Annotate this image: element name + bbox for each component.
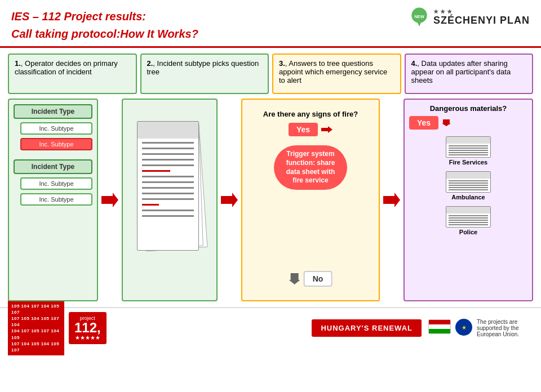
col-fire-question: Are there any signs of fire? Yes Trigger… (241, 99, 380, 301)
arrow-3-to-4 (383, 191, 400, 208)
incident-subtype-3: Inc. Subtype (20, 177, 92, 190)
fire-services-doc (446, 136, 491, 158)
dangerous-yes-badge: Yes (409, 116, 438, 130)
no-badge: No (304, 271, 332, 287)
police-item: Police (409, 206, 527, 235)
ambulance-item: Ambulance (409, 171, 527, 201)
yes-branch: Yes (289, 123, 332, 136)
step-3-box: 3., Answers to tree questions appoint wh… (272, 54, 401, 94)
down-arrow-icon (289, 273, 300, 284)
arrow-1-to-2 (101, 191, 118, 208)
svg-marker-7 (383, 193, 400, 207)
footer-right: HUNGARY'S RENEWAL ★ The projects are sup… (312, 319, 533, 337)
dangerous-yes-row: Yes (409, 116, 527, 130)
tree-pages-stack (130, 121, 209, 279)
hungary-flag-icon (428, 319, 451, 334)
incident-subtype-2: Inc. Subtype (20, 138, 92, 150)
yes-arrow-icon (321, 126, 332, 133)
eu-flag-icon: ★ (455, 319, 472, 336)
police-label: Police (459, 229, 477, 235)
yes-down-arrow-icon (442, 119, 451, 126)
step-1-box: 1., Operator decides on primary classifi… (8, 54, 137, 94)
no-branch: No (289, 271, 332, 287)
incident-subtype-4: Inc. Subtype (20, 193, 92, 206)
fire-services-item: Fire Services (409, 136, 527, 166)
svg-marker-5 (321, 126, 332, 133)
ies-logo-block: project 112, ★★★★★ (69, 312, 107, 344)
dangerous-question: Dangerous materials? (409, 104, 527, 113)
page-title: IES – 112 Project results: Call taking p… (11, 7, 198, 42)
incident-type-box-1: Incident Type (14, 104, 92, 119)
main-content: 1., Operator decides on primary classifi… (0, 48, 541, 307)
logo-text-area: ★ ★ ★ SZÉCHENYI PLAN (433, 8, 530, 26)
ies-numbers: 105 104 107 104 105 107 107 105 104 105 … (8, 301, 64, 356)
fire-question-text: Are there any signs of fire? (263, 110, 358, 118)
trigger-box: Trigger system function: share data shee… (274, 145, 347, 189)
svg-marker-6 (289, 273, 300, 284)
col-question-tree (122, 99, 218, 301)
diagram-wrapper: Incident Type Inc. Subtype Inc. Subtype … (8, 99, 533, 301)
header-title-block: IES – 112 Project results: Call taking p… (11, 7, 198, 42)
svg-marker-8 (442, 119, 451, 126)
logo-pin-icon: NEW (409, 7, 430, 28)
incident-type-box-2: Incident Type (14, 159, 92, 174)
svg-marker-3 (101, 193, 118, 207)
eu-text: The projects are supported by the Europe… (477, 319, 533, 337)
svg-marker-4 (221, 193, 238, 207)
yes-badge: Yes (289, 123, 318, 136)
ies-big-number: 112, (74, 321, 101, 335)
step-2-box: 2., Incident subtype picks question tree (140, 54, 269, 94)
page-header: IES – 112 Project results: Call taking p… (0, 0, 541, 48)
footer-left: 105 104 107 104 105 107 107 105 104 105 … (8, 301, 107, 356)
ies-stars: ★★★★★ (74, 335, 101, 341)
ambulance-label: Ambulance (451, 194, 485, 201)
services-list: Fire Services (409, 136, 527, 235)
col-incident-types: Incident Type Inc. Subtype Inc. Subtype … (8, 99, 98, 301)
ambulance-doc (446, 171, 491, 193)
footer: 105 104 107 104 105 107 107 105 104 105 … (0, 307, 541, 348)
arrow-2-to-3 (221, 191, 238, 208)
col-data-updates: Dangerous materials? Yes (403, 99, 533, 301)
svg-text:NEW: NEW (414, 14, 425, 19)
logo-area: NEW ★ ★ ★ SZÉCHENYI PLAN (409, 7, 530, 28)
hungary-renewal-badge: HUNGARY'S RENEWAL (312, 319, 422, 337)
eu-section: ★ The projects are supported by the Euro… (428, 319, 533, 337)
police-doc (446, 206, 491, 228)
diagram-area: Incident Type Inc. Subtype Inc. Subtype … (8, 99, 533, 301)
fire-services-label: Fire Services (449, 159, 488, 166)
step-4-box: 4., Data updates after sharing appear on… (405, 54, 534, 94)
steps-row: 1., Operator decides on primary classifi… (8, 54, 533, 94)
incident-subtype-1: Inc. Subtype (20, 122, 92, 135)
